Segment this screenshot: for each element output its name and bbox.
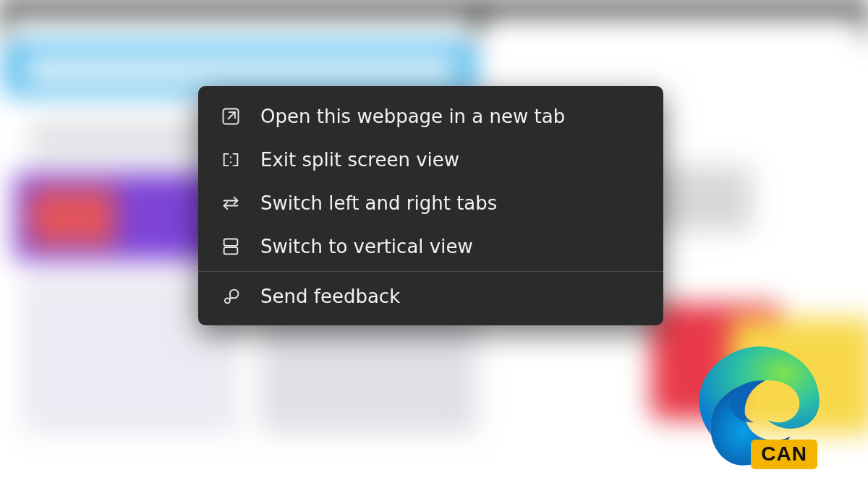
send-feedback-icon <box>220 286 242 307</box>
menu-item-label: Switch left and right tabs <box>260 192 497 214</box>
svg-point-1 <box>230 156 231 158</box>
menu-item-label: Open this webpage in a new tab <box>260 106 565 127</box>
split-screen-context-menu: Open this webpage in a new tab Exit spli… <box>198 86 663 325</box>
vertical-view-icon <box>220 236 242 257</box>
edge-canary-badge: CAN <box>751 440 817 469</box>
switch-vertical-view-item[interactable]: Switch to vertical view <box>198 225 663 268</box>
open-new-tab-icon <box>220 106 242 127</box>
switch-left-right-item[interactable]: Switch left and right tabs <box>198 181 663 225</box>
open-in-new-tab-item[interactable]: Open this webpage in a new tab <box>198 95 663 138</box>
menu-item-label: Send feedback <box>260 286 400 307</box>
svg-rect-3 <box>224 239 238 246</box>
menu-separator <box>198 271 663 272</box>
menu-item-label: Switch to vertical view <box>260 236 473 257</box>
exit-split-screen-item[interactable]: Exit split screen view <box>198 138 663 181</box>
svg-point-5 <box>225 298 230 303</box>
exit-split-icon <box>220 149 242 171</box>
send-feedback-item[interactable]: Send feedback <box>198 275 663 318</box>
svg-rect-4 <box>224 247 238 254</box>
svg-point-2 <box>230 161 231 163</box>
menu-item-label: Exit split screen view <box>260 149 459 171</box>
switch-tabs-icon <box>220 192 242 214</box>
